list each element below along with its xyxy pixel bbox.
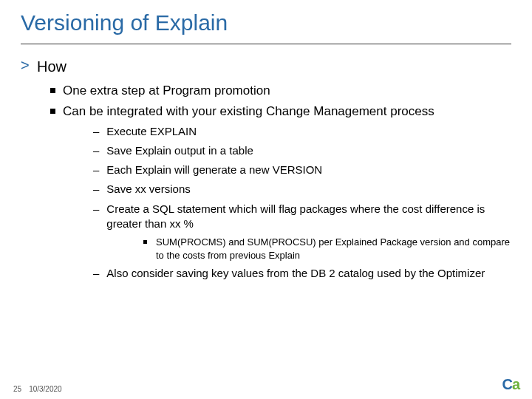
dash-row: – Create a SQL statement which will flag… xyxy=(93,202,511,232)
dash-icon: – xyxy=(93,143,99,158)
dash-icon: – xyxy=(93,202,99,216)
square-bullet-icon xyxy=(50,88,55,93)
dash-row: – Also consider saving key values from t… xyxy=(93,266,511,281)
chevron-icon: > xyxy=(21,58,31,72)
dash-text: Execute EXPLAIN xyxy=(106,124,197,139)
dash-text: Save Explain output in a table xyxy=(106,143,253,158)
logo-letter-a: a xyxy=(512,376,520,393)
page-number: 25 xyxy=(13,385,21,393)
slide-title: Versioning of Explain xyxy=(21,10,511,36)
dash-row: – Execute EXPLAIN xyxy=(93,124,511,139)
sub-bullet-row: SUM(PROCMS) and SUM(PROCSU) per Explaine… xyxy=(143,236,511,262)
logo-letter-c: C xyxy=(502,376,511,393)
dash-row: – Save xx versions xyxy=(93,182,511,197)
bullet-row: One extra step at Program promotion xyxy=(50,83,511,99)
footer: 25 10/3/2020 xyxy=(13,385,62,393)
bullet-row: Can be integrated with your existing Cha… xyxy=(50,103,511,120)
dash-text: Each Explain will generate a new VERSION xyxy=(106,163,322,177)
dash-icon: – xyxy=(93,266,99,281)
dash-row: – Save Explain output in a table xyxy=(93,143,511,158)
footer-date: 10/3/2020 xyxy=(29,385,62,393)
bullet-text: Can be integrated with your existing Cha… xyxy=(63,103,434,120)
square-bullet-icon xyxy=(50,109,55,114)
ca-logo: Ca xyxy=(502,376,520,393)
dash-text: Save xx versions xyxy=(106,182,190,197)
dash-icon: – xyxy=(93,163,99,177)
dash-text: Also consider saving key values from the… xyxy=(106,266,485,281)
section-text: How xyxy=(37,58,66,75)
dash-row: – Each Explain will generate a new VERSI… xyxy=(93,163,511,177)
sub-bullet-text: SUM(PROCMS) and SUM(PROCSU) per Explaine… xyxy=(156,236,511,262)
title-divider xyxy=(21,44,511,44)
square-bullet-icon xyxy=(143,240,147,244)
section-row: > How xyxy=(21,58,511,75)
dash-icon: – xyxy=(93,182,99,197)
bullet-text: One extra step at Program promotion xyxy=(63,83,270,99)
dash-icon: – xyxy=(93,124,99,139)
dash-text: Create a SQL statement which will flag p… xyxy=(106,202,511,232)
slide: Versioning of Explain > How One extra st… xyxy=(0,0,532,399)
